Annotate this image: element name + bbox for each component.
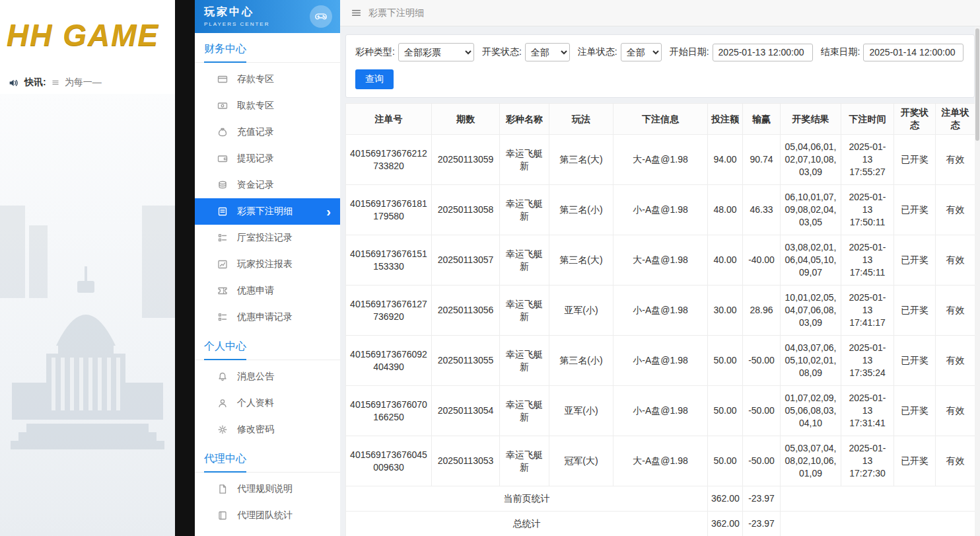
table-header-row: 注单号期数彩种名称玩法下注信息投注额输赢开奖结果下注时间开奖状态注单状态	[346, 104, 975, 135]
cell-draw_result: 10,01,02,05,04,07,06,08,03,09	[781, 286, 841, 336]
bet-status-select[interactable]: 全部	[621, 43, 662, 61]
cell-bet_status: 有效	[936, 386, 975, 436]
sidebar-item-label: 修改密码	[237, 424, 274, 436]
screen: HH GAME 快讯: 为每一—	[0, 0, 980, 536]
cell-lottery_name: 幸运飞艇新	[500, 235, 549, 286]
summary-win-loss: -23.97	[743, 512, 781, 536]
cell-lottery_name: 幸运飞艇新	[500, 286, 549, 336]
cell-bet_time: 2025-01-13 17:55:27	[841, 135, 894, 185]
sidebar-item-label: 彩票下注明细	[237, 206, 293, 217]
bet-table-panel: 注单号期数彩种名称玩法下注信息投注额输赢开奖结果下注时间开奖状态注单状态4015…	[345, 103, 975, 536]
sidebar-nav: 财务中心存款专区取款专区充值记录提现记录资金记录彩票下注明细›厅室投注记录玩家投…	[195, 33, 340, 536]
sidebar-item-label: 消息公告	[237, 371, 274, 383]
cell-bet_time: 2025-01-13 17:27:30	[841, 436, 894, 486]
sidebar-item-cashout-record[interactable]: 提现记录	[195, 145, 340, 172]
lottery-type-select[interactable]: 全部彩票	[398, 43, 474, 61]
speaker-icon-wrap	[8, 77, 19, 89]
summary-win-loss: -23.97	[743, 486, 781, 512]
ticker-text: 为每一—	[65, 77, 102, 89]
cell-draw_status: 已开奖	[894, 185, 936, 235]
cell-bet_info: 大-A盘@1.98	[613, 436, 708, 486]
cell-lottery_name: 幸运飞艇新	[500, 386, 549, 436]
cell-bet_amount: 50.00	[708, 336, 743, 386]
controller-icon	[314, 10, 328, 23]
query-button[interactable]: 查询	[355, 69, 394, 89]
end-date-input[interactable]	[863, 44, 963, 61]
players-center-sidebar: 玩家中心 PLAYERS CENTER 财务中心存款专区取款专区充值记录提现记录…	[195, 0, 340, 536]
cell-lottery_name: 幸运飞艇新	[500, 336, 549, 386]
sidebar-item-recharge-record[interactable]: 充值记录	[195, 119, 340, 145]
modal-backdrop	[175, 0, 195, 536]
menu-toggle[interactable]	[351, 7, 362, 19]
cell-bet_info: 小-A盘@1.98	[613, 286, 708, 336]
sidebar-item-hall-bet-record[interactable]: 厅室投注记录	[195, 225, 340, 251]
section-title: 财务中心	[195, 33, 340, 63]
filter-panel: 彩种类型: 全部彩票 开奖状态: 全部 注单状态: 全部 开始日期:	[345, 34, 975, 98]
cell-play: 冠军(大)	[549, 436, 613, 486]
gear-icon	[217, 424, 228, 435]
page-title: 彩票下注明细	[368, 7, 424, 19]
cell-draw_status: 已开奖	[894, 286, 936, 336]
cell-lottery_name: 幸运飞艇新	[500, 185, 549, 235]
col-header-bet_time: 下注时间	[841, 104, 894, 135]
cell-play: 第三名(大)	[549, 135, 613, 185]
sidebar-item-lottery-bet-detail[interactable]: 彩票下注明细›	[195, 198, 340, 225]
cell-bet_status: 有效	[936, 336, 975, 386]
cell-lottery_name: 幸运飞艇新	[500, 436, 549, 486]
cell-period: 20250113054	[432, 386, 500, 436]
col-header-lottery_name: 彩种名称	[500, 104, 549, 135]
cell-bet_status: 有效	[936, 135, 975, 185]
sidebar-item-agent-rules[interactable]: 代理规则说明	[195, 476, 340, 502]
cell-play: 亚军(小)	[549, 386, 613, 436]
moneybag-icon	[217, 127, 228, 137]
cell-bet_amount: 48.00	[708, 185, 743, 235]
start-date-input[interactable]	[713, 44, 813, 61]
scrollbar-thumb[interactable]	[975, 28, 979, 141]
cell-bet_info: 大-A盘@1.98	[613, 135, 708, 185]
draw-status-select[interactable]: 全部	[525, 43, 570, 61]
grid-list-icon	[217, 233, 228, 243]
col-header-bet_id: 注单号	[346, 104, 432, 135]
user-icon	[217, 398, 228, 408]
chevron-right-icon: ›	[326, 205, 331, 218]
sidebar-item-funds-record[interactable]: 资金记录	[195, 172, 340, 198]
sidebar-item-withdraw[interactable]: 取款专区	[195, 93, 340, 119]
end-date-group: 结束日期:	[821, 44, 964, 61]
summary-label: 当前页统计	[346, 486, 708, 512]
doc-icon	[217, 484, 228, 494]
cell-bet_id: 401569173676045009630	[346, 436, 432, 486]
sidebar-item-label: 优惠申请记录	[237, 311, 293, 323]
cell-bet_amount: 50.00	[708, 436, 743, 486]
sidebar-item-deposit[interactable]: 存款专区	[195, 66, 340, 93]
main-content: 彩票下注明细 彩种类型: 全部彩票 开奖状态: 全部 注单状态: 全部	[340, 0, 980, 536]
background-site: HH GAME 快讯: 为每一—	[0, 0, 175, 536]
summary-empty	[781, 512, 975, 536]
bet-status-label: 注单状态:	[578, 46, 617, 58]
sidebar-item-label: 提现记录	[237, 153, 274, 165]
cell-draw_result: 04,03,07,06,05,10,02,01,08,09	[781, 336, 841, 386]
cell-win_loss: 28.96	[743, 286, 781, 336]
ticket-icon	[217, 286, 228, 296]
cell-play: 亚军(小)	[549, 286, 613, 336]
cell-win_loss: -50.00	[743, 436, 781, 486]
summary-label: 总统计	[346, 512, 708, 536]
cell-period: 20250113053	[432, 436, 500, 486]
cell-win_loss: 90.74	[743, 135, 781, 185]
sidebar-item-profile[interactable]: 个人资料	[195, 390, 340, 416]
cell-draw_status: 已开奖	[894, 386, 936, 436]
wallet-icon	[217, 153, 228, 164]
cell-win_loss: -40.00	[743, 235, 781, 286]
sidebar-item-promo-apply-record[interactable]: 优惠申请记录	[195, 304, 340, 330]
sidebar-item-player-bet-report[interactable]: 玩家投注报表	[195, 251, 340, 278]
cell-period: 20250113055	[432, 336, 500, 386]
cell-period: 20250113056	[432, 286, 500, 336]
sidebar-item-label: 优惠申请	[237, 285, 274, 297]
sidebar-item-agent-team-stats[interactable]: 代理团队统计	[195, 502, 340, 529]
col-header-bet_status: 注单状态	[936, 104, 975, 135]
table-row: 40156917367609240439020250113055幸运飞艇新第三名…	[346, 336, 975, 386]
sidebar-item-promo-apply[interactable]: 优惠申请	[195, 278, 340, 304]
cell-bet_id: 401569173676127736920	[346, 286, 432, 336]
scrollbar-track[interactable]	[975, 26, 980, 536]
sidebar-item-change-password[interactable]: 修改密码	[195, 416, 340, 443]
sidebar-item-notice[interactable]: 消息公告	[195, 364, 340, 390]
